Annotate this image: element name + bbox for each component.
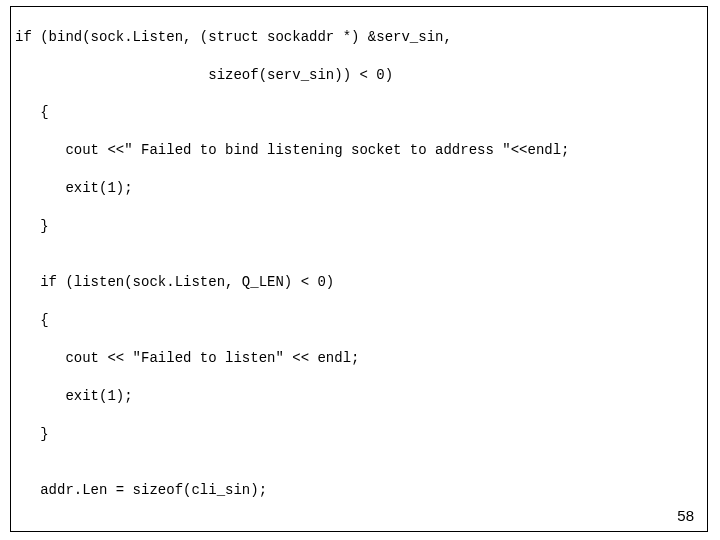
code-line: { (15, 103, 703, 122)
code-line: sizeof(serv_sin)) < 0) (15, 66, 703, 85)
code-line: exit(1); (15, 387, 703, 406)
code-line: { (15, 311, 703, 330)
code-line: cout << "Failed to listen" << endl; (15, 349, 703, 368)
code-line: cout <<" Failed to bind listening socket… (15, 141, 703, 160)
code-line: addr.Len = sizeof(cli_sin); (15, 481, 703, 500)
code-line: if (listen(sock.Listen, Q_LEN) < 0) (15, 273, 703, 292)
code-line: } (15, 217, 703, 236)
code-line: exit(1); (15, 179, 703, 198)
code-line: } (15, 425, 703, 444)
code-box: if (bind(sock.Listen, (struct sockaddr *… (10, 6, 708, 532)
code-line: if (bind(sock.Listen, (struct sockaddr *… (15, 28, 703, 47)
page-number: 58 (677, 507, 694, 524)
